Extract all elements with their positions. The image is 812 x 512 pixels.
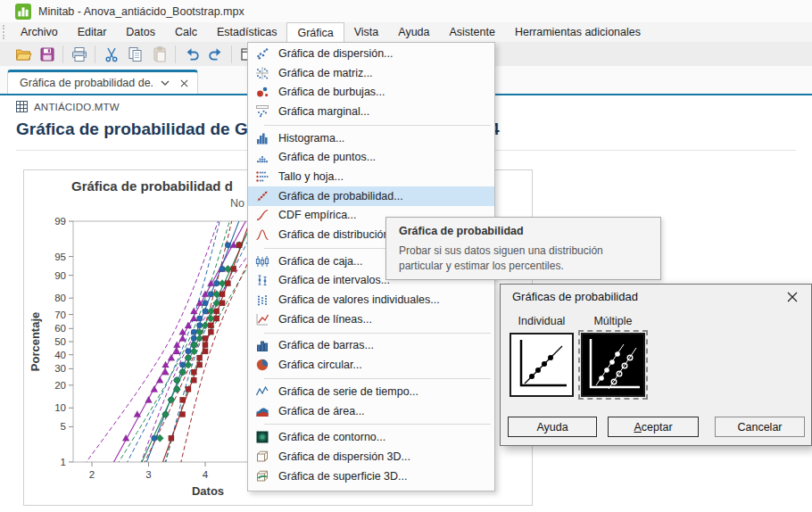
cdf-icon	[255, 208, 269, 222]
tooltip-title: Gráfica de probabilidad	[399, 225, 648, 237]
menu-item-grafica-de-serie-de-tiempo[interactable]: Gráfica de serie de tiempo...	[248, 382, 494, 401]
menu-item-label: Gráfica de intervalos...	[278, 274, 390, 286]
window-title: Minitab - Anova_antiácido_Bootstrap.mpx	[38, 5, 244, 18]
menu-item-grafica-de-dispersion-3d[interactable]: Gráfica de dispersión 3D...	[248, 447, 494, 467]
copy-icon[interactable]	[123, 44, 147, 65]
menu-item-histograma[interactable]: Histograma...	[248, 128, 494, 148]
menu-item-label: Gráfica de caja...	[278, 255, 363, 268]
open-folder-icon[interactable]	[11, 44, 35, 65]
menu-separator	[248, 329, 494, 336]
individual-values-icon	[255, 293, 269, 307]
dialog-title: Gráficas de probabilidad	[512, 290, 784, 303]
menu-item-label: Gráfica de dispersión...	[278, 47, 394, 60]
scatter-plot-icon	[255, 46, 269, 61]
menu-item-grafica-de-area[interactable]: Gráfica de área...	[248, 401, 494, 421]
menu-item-label: Tallo y hoja...	[278, 170, 344, 183]
cancelar-button[interactable]: Cancelar	[715, 417, 805, 437]
menu-item-grafica-de-matriz[interactable]: Gráfica de matriz...	[248, 63, 494, 83]
undo-icon[interactable]	[179, 44, 203, 65]
paste-icon[interactable]	[147, 44, 171, 65]
tooltip-body: Probar si sus datos siguen una distribuc…	[399, 244, 648, 274]
interval-plot-icon	[255, 273, 269, 287]
worksheet-row: ANTIÁCIDO.MTW	[16, 101, 120, 112]
minitab-window: Minitab - Anova_antiácido_Bootstrap.mpx …	[0, 0, 812, 512]
stem-leaf-icon	[255, 169, 269, 184]
svg-text:10: 10	[54, 402, 66, 413]
worksheet-grid-icon	[16, 101, 28, 112]
menu-item-label: Gráfica de valores individuales...	[278, 293, 440, 306]
menu-item-grafica-de-contorno[interactable]: Gráfica de contorno...	[248, 427, 494, 447]
svg-text:4: 4	[203, 469, 209, 480]
menubar-item-ayuda[interactable]: Ayuda	[388, 22, 439, 42]
svg-text:30: 30	[54, 363, 66, 374]
menu-separator	[248, 375, 494, 382]
dialog-title-bar: Gráficas de probabilidad	[501, 285, 811, 309]
menubar-item-calc[interactable]: Calc	[165, 22, 207, 42]
svg-text:Gráfica de probabilidad d: Gráfica de probabilidad d	[71, 178, 233, 194]
svg-text:99: 99	[54, 216, 66, 227]
option-label-multiple: Múltiple	[581, 315, 645, 327]
menubar-item-editar[interactable]: Editar	[68, 22, 117, 42]
print-icon[interactable]	[67, 44, 91, 65]
menu-item-grafica-marginal[interactable]: Gráfica marginal...	[248, 102, 494, 121]
menu-item-label: Gráfica de serie de tiempo...	[278, 385, 418, 398]
menubar-item-asistente[interactable]: Asistente	[440, 22, 505, 42]
menubar-item-estadisticas[interactable]: Estadísticas	[207, 22, 286, 42]
cut-icon[interactable]	[99, 44, 123, 65]
close-icon[interactable]	[784, 289, 800, 305]
menu-item-grafica-de-probabilidad[interactable]: Gráfica de probabilidad...	[248, 186, 494, 206]
menu-item-grafica-de-lineas[interactable]: Gráfica de líneas...	[248, 310, 494, 329]
title-bar: Minitab - Anova_antiácido_Bootstrap.mpx	[0, 0, 812, 22]
individual-plot-icon[interactable]	[510, 333, 574, 397]
menu-item-label: Gráfica de barras...	[278, 339, 374, 351]
svg-text:3: 3	[145, 469, 151, 480]
toolbar-separator	[231, 45, 232, 63]
probability-plot-icon	[255, 189, 269, 203]
menu-item-grafica-de-burbujas[interactable]: Gráfica de burbujas...	[248, 82, 494, 102]
tab-label: Gráfica de probabilidad de...	[20, 77, 153, 89]
menu-item-label: Gráfica de probabilidad...	[278, 190, 403, 202]
menu-item-grafica-de-dispersion[interactable]: Gráfica de dispersión...	[248, 44, 494, 63]
menubar-item-vista[interactable]: Vista	[344, 22, 389, 42]
menu-item-grafica-de-barras[interactable]: Gráfica de barras...	[248, 336, 494, 356]
toolbar-separator	[95, 45, 95, 63]
menubar-item-archivo[interactable]: Archivo	[11, 22, 68, 42]
svg-text:No: No	[230, 197, 244, 210]
page-title: Gráfica de probabilidad de Gr	[16, 120, 254, 139]
menu-item-grafica-circular[interactable]: Gráfica circular...	[248, 355, 494, 375]
close-icon[interactable]	[178, 77, 190, 89]
menu-item-tallo-y-hoja[interactable]: Tallo y hoja...	[248, 167, 494, 186]
svg-text:Porcentaje: Porcentaje	[29, 312, 42, 371]
matrix-plot-icon	[255, 66, 269, 80]
svg-text:20: 20	[54, 380, 66, 391]
menu-separator	[248, 121, 494, 128]
menubar-item-datos[interactable]: Datos	[116, 22, 165, 42]
multiple-plot-icon[interactable]	[581, 333, 645, 397]
aceptar-button[interactable]: Aceptar	[608, 417, 699, 437]
svg-text:5: 5	[61, 421, 66, 432]
menu-item-grafica-de-puntos[interactable]: Gráfica de puntos...	[248, 147, 494, 167]
menubar-item-grafica[interactable]: Gráfica	[286, 22, 344, 42]
ayuda-button[interactable]: Ayuda	[508, 417, 597, 437]
menu-item-label: Gráfica de burbujas...	[278, 86, 385, 98]
tab-probability-plot[interactable]: Gráfica de probabilidad de...	[7, 70, 198, 94]
scatter-3d-icon	[255, 450, 269, 464]
save-icon[interactable]	[35, 44, 59, 65]
svg-text:Datos: Datos	[192, 484, 224, 498]
toolbar-separator	[175, 45, 176, 63]
menu-item-label: Gráfica de superficie 3D...	[278, 470, 408, 483]
menu-bar: ArchivoEditarDatosCalcEstadísticasGráfic…	[0, 22, 812, 42]
worksheet-name: ANTIÁCIDO.MTW	[34, 102, 120, 112]
svg-text:80: 80	[54, 293, 66, 303]
svg-text:50: 50	[54, 336, 66, 347]
svg-text:60: 60	[54, 323, 66, 334]
menu-item-grafica-de-valores-individuales[interactable]: Gráfica de valores individuales...	[248, 290, 494, 310]
menu-item-grafica-de-superficie-3d[interactable]: Gráfica de superficie 3D...	[248, 467, 494, 486]
menubar-grip[interactable]	[3, 25, 9, 39]
menu-tooltip: Gráfica de probabilidad Probar si sus da…	[385, 217, 661, 280]
svg-text:40: 40	[54, 350, 66, 360]
chevron-down-icon[interactable]	[159, 77, 171, 89]
svg-text:95: 95	[54, 252, 66, 262]
menubar-item-herramientas-adicionales[interactable]: Herramientas adicionales	[505, 22, 650, 42]
redo-icon[interactable]	[203, 44, 228, 65]
